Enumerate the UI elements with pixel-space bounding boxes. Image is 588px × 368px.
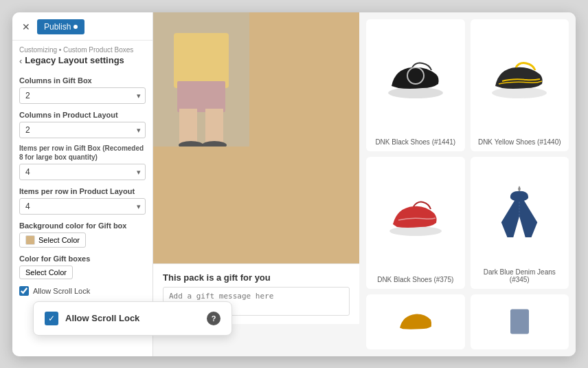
product-name-3: DNK Black Shoes (#375) xyxy=(377,276,453,283)
product-img-2 xyxy=(476,25,564,134)
scroll-lock-checkbox[interactable] xyxy=(19,286,29,296)
items-product-label: Items per row in Product Layout xyxy=(19,187,146,195)
product-name-2: DNK Yellow Shoes (#1440) xyxy=(478,138,561,146)
columns-product-select-wrap: 2345 xyxy=(19,122,146,138)
publish-label: Publish xyxy=(44,22,71,32)
svg-rect-3 xyxy=(179,109,197,147)
svg-point-10 xyxy=(389,226,442,236)
columns-product-select[interactable]: 2345 xyxy=(19,122,146,138)
bg-color-button[interactable]: Select Color xyxy=(19,232,86,248)
publish-dot xyxy=(74,25,78,29)
product-name-4: Dark Blue Denim Jeans (#345) xyxy=(476,268,564,283)
bg-color-label: Background color for Gift box xyxy=(19,221,146,230)
color-gift-label: Color for Gift boxes xyxy=(19,255,146,263)
bg-color-swatch xyxy=(25,235,35,245)
product-card: DNK Black Shoes (#1441) xyxy=(366,19,465,151)
columns-gift-select-wrap: 2345 xyxy=(19,87,146,104)
product-card: Dark Blue Denim Jeans (#345) xyxy=(471,157,569,289)
svg-rect-2 xyxy=(177,81,225,112)
jeans-svg xyxy=(495,186,543,241)
tooltip-popup: ✓ Allow Scroll Lock ? xyxy=(33,301,232,336)
publish-button[interactable]: Publish xyxy=(37,19,84,34)
sidebar-nav: Customizing • Custom Product Boxes ‹ Leg… xyxy=(12,41,152,69)
partial-product-2 xyxy=(471,294,569,349)
tooltip-help-button[interactable]: ? xyxy=(207,312,220,325)
tooltip-check-icon: ✓ xyxy=(45,312,58,325)
svg-point-9 xyxy=(492,87,547,98)
main-window: ✕ Publish Customizing • Custom Product B… xyxy=(12,12,576,356)
partial-shoe-svg xyxy=(396,306,434,337)
items-gift-select-wrap: 2345 xyxy=(19,164,146,180)
shoe-svg-2 xyxy=(488,55,550,103)
color-gift-button[interactable]: Select Color xyxy=(19,266,73,279)
columns-gift-select[interactable]: 2345 xyxy=(19,87,146,104)
gift-tan-box xyxy=(249,12,359,147)
bg-color-btn-label: Select Color xyxy=(38,236,80,244)
svg-rect-1 xyxy=(174,33,229,88)
product-img-1 xyxy=(372,25,460,134)
items-gift-select[interactable]: 2345 xyxy=(19,164,146,180)
product-img-4 xyxy=(476,162,564,264)
items-product-select-wrap: 2345 xyxy=(19,198,146,215)
gift-images-row2 xyxy=(153,147,359,263)
columns-product-label: Columns in Product Layout xyxy=(19,111,146,119)
back-arrow-icon[interactable]: ‹ xyxy=(19,56,22,66)
partial-product-1 xyxy=(366,294,465,349)
svg-point-7 xyxy=(388,87,443,98)
sidebar-header: ✕ Publish xyxy=(12,12,152,41)
section-title: Legacy Layout settings xyxy=(25,55,124,65)
person-svg xyxy=(153,12,249,147)
items-gift-label: Items per row in Gift Box (Recomeded 8 f… xyxy=(19,144,146,162)
product-card: DNK Black Shoes (#375) xyxy=(366,157,465,289)
shoe-svg-1 xyxy=(385,55,446,103)
gift-images-row xyxy=(153,12,359,147)
gift-title: This pack is a gift for you xyxy=(163,272,350,283)
scroll-lock-label: Allow Scroll Lock xyxy=(33,287,90,295)
svg-rect-12 xyxy=(510,310,529,334)
items-product-select[interactable]: 2345 xyxy=(19,198,146,215)
scroll-lock-row: Allow Scroll Lock xyxy=(19,286,146,296)
columns-gift-label: Columns in Gift Box xyxy=(19,76,146,85)
close-button[interactable]: ✕ xyxy=(19,20,33,34)
sidebar: ✕ Publish Customizing • Custom Product B… xyxy=(12,12,153,356)
gift-tan-box2 xyxy=(153,147,359,263)
product-card: DNK Yellow Shoes (#1440) xyxy=(471,19,569,151)
tooltip-popup-text: Allow Scroll Lock xyxy=(65,313,200,323)
breadcrumb: Customizing • Custom Product Boxes xyxy=(19,46,146,54)
svg-rect-4 xyxy=(205,109,223,147)
gift-person-image xyxy=(153,12,249,147)
product-img-3 xyxy=(372,162,460,272)
product-name-1: DNK Black Shoes (#1441) xyxy=(375,138,455,146)
shoe-svg-3 xyxy=(385,193,446,241)
partial-item-svg xyxy=(501,306,539,337)
color-gift-btn-label: Select Color xyxy=(25,268,67,277)
products-area: DNK Black Shoes (#1441) DNK Yellow Shoe xyxy=(359,12,576,356)
